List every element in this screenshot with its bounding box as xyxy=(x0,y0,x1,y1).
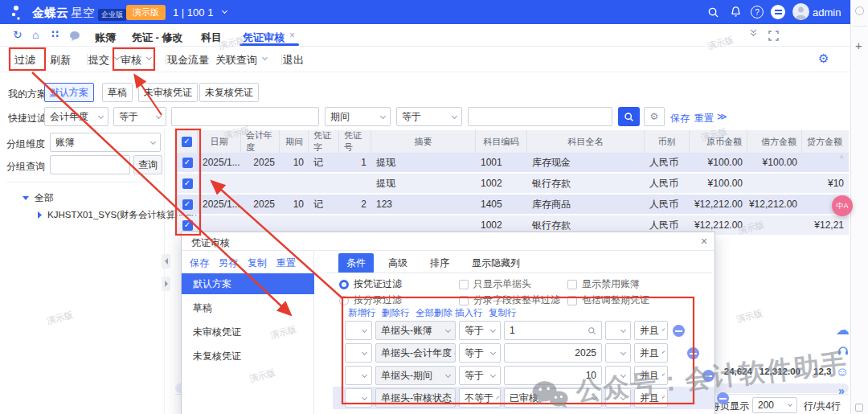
username[interactable]: admin xyxy=(813,6,841,18)
quick-filter-settings-button[interactable]: ⚙ xyxy=(644,107,665,126)
home-icon[interactable]: ⌂ xyxy=(32,28,39,41)
filter2-remove-icon[interactable] xyxy=(687,347,699,359)
filter3-op-select[interactable]: 等于 xyxy=(459,366,501,385)
filter1-bracket-select[interactable] xyxy=(345,321,372,340)
add-row-link[interactable]: 新增行 xyxy=(348,307,376,319)
quick-filter-value2-input[interactable] xyxy=(468,107,612,126)
table-row[interactable]: ✓ 2025/1... 2025 10 记 2 123 1405 库存商品 人民… xyxy=(177,195,849,215)
delete-all-link[interactable]: 全部删除 xyxy=(416,307,452,319)
filter4-remove-icon[interactable] xyxy=(717,392,729,404)
refresh-page-icon[interactable]: ↻ xyxy=(13,28,23,41)
filter3-bracket-select[interactable] xyxy=(345,366,372,385)
scheme-draft-button[interactable]: 草稿 xyxy=(102,83,133,102)
filter4-value-select[interactable]: 已审核 xyxy=(504,388,602,408)
collapse-widgets-icon[interactable]: » xyxy=(838,384,845,397)
filter4-field-select[interactable]: 单据头-审核状态 xyxy=(375,388,456,408)
row-checkbox[interactable]: ✓ xyxy=(177,195,198,214)
filter4-logic-select[interactable]: 并且 xyxy=(634,388,668,408)
cashflow-button[interactable]: 现金流量 xyxy=(167,53,209,68)
quick-search-button[interactable] xyxy=(618,107,640,126)
dialog-save-link[interactable]: 保存 xyxy=(190,256,209,270)
dialog-scheme-unreviewed[interactable]: 未复核凭证 xyxy=(182,346,314,367)
col-header-no[interactable]: 凭证号 xyxy=(339,130,371,153)
delete-row-link[interactable]: 删除行 xyxy=(382,307,410,319)
grid-scrollbar-up-icon[interactable]: ^ xyxy=(840,154,843,162)
avatar[interactable] xyxy=(792,3,809,20)
related-query-button[interactable]: 关联查询 xyxy=(215,53,257,68)
filter2-logic-select[interactable]: 并且 xyxy=(634,343,668,363)
tab-account[interactable]: 科目 xyxy=(201,31,222,45)
col-header-orig-amount[interactable]: 原币金额 xyxy=(690,130,747,153)
radio-filter-by-voucher[interactable]: 按凭证过滤 xyxy=(339,277,402,291)
exit-button[interactable]: 退出 xyxy=(283,53,304,68)
filter-button[interactable]: 过滤 xyxy=(14,53,35,68)
quick-filter-value1-input[interactable] xyxy=(171,107,319,126)
refresh-button[interactable]: 刷新 xyxy=(50,53,71,68)
table-row[interactable]: ✓ 提现 1002 银行存款 人民币 ¥100.00 ¥10 xyxy=(177,174,849,194)
quick-filter-op2-select[interactable]: 等于 xyxy=(396,107,462,126)
tree-item-book[interactable]: KJHSTX01_SYS(财务会计核算体系) xyxy=(37,209,197,221)
save-scheme-link[interactable]: 保存 xyxy=(670,112,690,125)
toolbar-settings-gear-icon[interactable]: ⚙ xyxy=(818,51,829,66)
row-checkbox[interactable]: ✓ xyxy=(177,174,198,193)
tree-item-all[interactable]: 全部 xyxy=(23,191,54,205)
select-all-checkbox[interactable]: ✓ xyxy=(177,130,198,153)
filter4-op-select[interactable]: 不等于 xyxy=(459,388,501,408)
dialog-scheme-draft[interactable]: 草稿 xyxy=(182,297,314,318)
row-checkbox[interactable]: ✓ xyxy=(177,153,198,172)
translate-floating-button[interactable]: 中A xyxy=(832,195,853,216)
audit-button[interactable]: 审核 xyxy=(121,53,141,68)
quick-filter-field2-select[interactable]: 期间 xyxy=(325,107,391,126)
tab-ledger[interactable]: 账簿 xyxy=(95,31,116,45)
side-panel-plus-icon[interactable]: + xyxy=(855,39,862,52)
group-dimension-select[interactable]: 账簿 xyxy=(50,133,161,152)
dialog-copy-link[interactable]: 复制 xyxy=(248,256,267,270)
checkbox-header-only[interactable]: 只显示单据头 xyxy=(459,277,531,291)
dialog-scheme-unaudited[interactable]: 未审核凭证 xyxy=(182,322,314,342)
side-panel-clip-icon[interactable] xyxy=(855,404,863,412)
group-search-button[interactable]: 查询 xyxy=(133,155,162,174)
filter3-field-select[interactable]: 单据头-期间 xyxy=(375,366,456,385)
dialog-close-icon[interactable]: × xyxy=(701,235,707,248)
dialog-tab-advanced[interactable]: 高级 xyxy=(380,253,416,273)
col-header-summary[interactable]: 摘要 xyxy=(371,130,476,153)
dialog-tab-columns[interactable]: 显示隐藏列 xyxy=(464,253,528,273)
filter2-field-select[interactable]: 单据头-会计年度 xyxy=(375,343,456,363)
dialog-tab-condition[interactable]: 条件 xyxy=(338,253,374,273)
dialog-scheme-default[interactable]: 默认方案 xyxy=(182,273,314,294)
filter3-value-input[interactable]: 10 xyxy=(504,366,602,385)
splitter-collapse-left-icon[interactable] xyxy=(162,254,170,268)
group-search-input[interactable] xyxy=(50,155,130,174)
filter1-value-lookup[interactable]: 1 xyxy=(504,321,602,340)
quick-filter-op1-select[interactable]: 等于 xyxy=(113,107,166,126)
tab-close-icon[interactable]: × xyxy=(289,30,295,41)
col-header-period[interactable]: 期间 xyxy=(280,130,309,153)
copy-row-link[interactable]: 复制行 xyxy=(489,307,517,319)
feedback-smiley-icon[interactable]: ☺ xyxy=(836,365,849,379)
col-header-word[interactable]: 凭证字 xyxy=(309,130,339,153)
checkbox-show-disabled-books[interactable]: 显示禁用账簿 xyxy=(567,277,640,291)
filter1-extra-select[interactable] xyxy=(605,321,631,340)
filter1-op-select[interactable]: 等于 xyxy=(459,321,501,340)
dialog-save-as-link[interactable]: 另存 xyxy=(219,256,238,270)
dialog-reset-link[interactable]: 重置 xyxy=(276,256,296,270)
filter2-bracket-select[interactable] xyxy=(345,343,372,363)
tab-voucher-modify[interactable]: 凭证 - 修改 xyxy=(132,31,183,45)
headset-support-icon[interactable] xyxy=(837,344,850,357)
help-icon[interactable]: ? xyxy=(751,6,764,18)
filter3-logic-select[interactable]: 并且 xyxy=(634,366,668,385)
tree-collapsed-icon[interactable] xyxy=(37,211,42,219)
bell-icon[interactable] xyxy=(730,6,742,18)
apps-grid-icon[interactable]: ∷ xyxy=(51,28,59,40)
dialog-tab-sort[interactable]: 排序 xyxy=(422,253,457,273)
filter2-op-select[interactable]: 等于 xyxy=(459,343,501,363)
col-header-debit[interactable]: 借方金额 xyxy=(747,130,802,153)
filter3-remove-icon[interactable] xyxy=(702,370,714,382)
quick-filter-field1-select[interactable]: 会计年度 xyxy=(44,107,108,126)
filter1-remove-icon[interactable] xyxy=(673,325,685,337)
minimize-menu-icon[interactable] xyxy=(771,5,785,19)
org-switcher[interactable]: 1 | 100 1 xyxy=(173,6,213,18)
filter1-logic-select[interactable]: 并且 xyxy=(634,321,668,340)
side-panel-circle-icon[interactable] xyxy=(855,6,864,15)
lookup-magnifier-icon[interactable] xyxy=(588,326,596,335)
